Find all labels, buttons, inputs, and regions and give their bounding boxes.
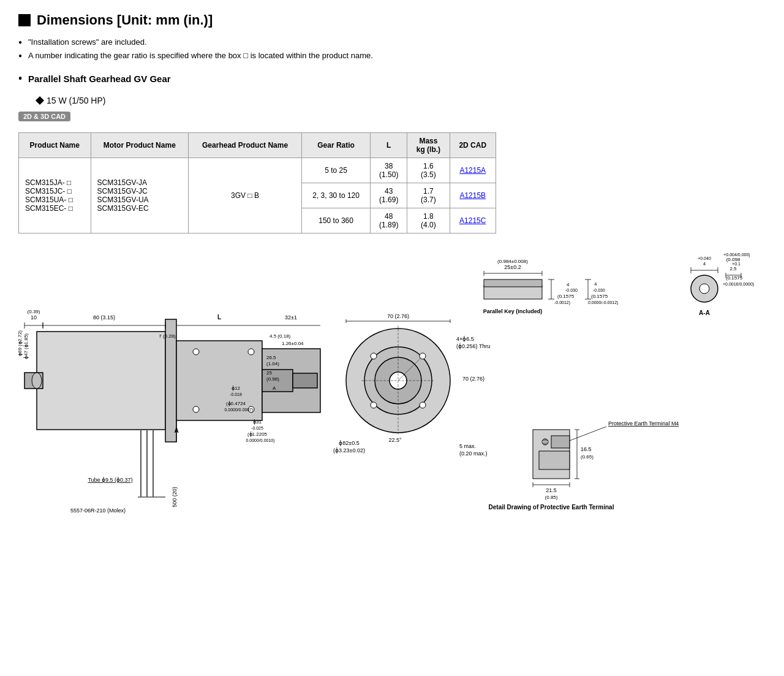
dim-25-in: (0.98)	[266, 376, 279, 382]
aa-dim-01575-tol: +0.0016/0.0000)	[723, 282, 754, 287]
svg-rect-5	[293, 373, 317, 388]
cad-cell-3[interactable]: A1215C	[450, 208, 496, 233]
gear-ratio-cell-3: 150 to 360	[302, 208, 371, 233]
dim-A-label: A	[273, 385, 276, 391]
diamond-icon	[36, 96, 44, 105]
earth-dim-165: 16.5	[581, 446, 592, 452]
svg-point-19	[420, 402, 426, 408]
col-gearhead-name: Gearhead Product Name	[189, 132, 302, 158]
dim-phi31: ϕ31	[253, 419, 262, 425]
svg-point-8	[193, 349, 199, 355]
dim-4xphi65: 4×ϕ6.5	[456, 336, 474, 342]
dim-047-tol: 0.0000/0.0007)	[224, 408, 253, 412]
key-dim-4b: 4	[594, 281, 597, 287]
svg-rect-55	[551, 436, 570, 448]
svg-point-10	[193, 406, 199, 412]
svg-point-7	[32, 373, 42, 389]
dim-126: 1.26±0.04	[282, 341, 304, 346]
gear-ratio-cell-1: 5 to 25	[302, 158, 371, 183]
dim-tube: Tube ϕ9.5 (ϕ0.37)	[88, 477, 132, 483]
dimensions-table: Product Name Motor Product Name Gearhead…	[18, 132, 496, 234]
key-dim-01575-tol: -0.0012)	[554, 300, 570, 305]
technical-drawing: 10 (0.39) 80 (3.15) L 32±1 7 (0.28) 4.5 …	[18, 252, 766, 515]
section-header: ● Parallel Shaft Gearhead GV Gear	[18, 71, 766, 87]
mass-cell-1: 1.6(3.5)	[407, 158, 450, 183]
col-mass: Masskg (lb.)	[407, 132, 450, 158]
svg-point-16	[371, 353, 377, 359]
dim-10-in: (0.39)	[28, 309, 40, 314]
dim-5max: 5 max.	[459, 443, 476, 449]
aa-dim-040: +0.040	[698, 256, 711, 260]
aa-dim-0098: (0.098	[726, 257, 741, 262]
aa-dim-4: 4	[703, 261, 706, 267]
cad-badge[interactable]: 2D & 3D CAD	[18, 112, 70, 121]
L-cell-2: 43(1.69)	[371, 183, 407, 208]
aa-dim-01575: (0.1575	[726, 275, 743, 281]
key-dim-030: -0.030	[565, 288, 578, 292]
drawing-svg: 10 (0.39) 80 (3.15) L 32±1 7 (0.28) 4.5 …	[18, 252, 766, 515]
L-cell-1: 38(1.50)	[371, 158, 407, 183]
key-dim-01575b: (0.1575	[591, 294, 608, 299]
dim-80: 80 (3.15)	[93, 314, 115, 321]
dim-265: 26.5	[266, 355, 276, 360]
col-gear-ratio: Gear Ratio	[302, 132, 371, 158]
dim-70-right: 70 (2.76)	[462, 376, 484, 382]
svg-point-47	[699, 284, 709, 294]
dim-265-in: (1.04)	[266, 361, 279, 366]
dim-32: 32±1	[285, 314, 297, 321]
dim-phi323: (ϕ3.23±0.02)	[333, 447, 365, 454]
key-title: Parallel Key (Included)	[483, 308, 543, 314]
dim-phi12205-tol: 0.0000/0.0010)	[246, 438, 274, 443]
table-row: SCM315JA- □SCM315JC- □SCM315UA- □SCM315E…	[19, 158, 496, 183]
svg-rect-0	[37, 332, 165, 430]
bullet-list: "Installation screws" are included. A nu…	[18, 36, 766, 63]
earth-title: Detail Drawing of Protective Earth Termi…	[489, 504, 614, 511]
dim-225deg: 22.5°	[388, 437, 402, 443]
dim-phi69: ϕ69 (ϕ2.72)	[18, 330, 23, 355]
dim-500: 500 (20)	[172, 487, 178, 507]
key-dim-01575: (0.1575	[557, 294, 575, 299]
dim-phi31-tol: -0.025	[251, 426, 263, 430]
dim-phi12-tol: -0.018	[230, 392, 242, 397]
title-square-icon	[18, 14, 31, 26]
dim-phi04724: (ϕ0.4724	[226, 401, 246, 406]
L-cell-3: 48(1.89)	[371, 208, 407, 233]
dim-5557: 5557-06R-210 (Molex)	[70, 507, 126, 514]
cad-cell-1[interactable]: A1215A	[450, 158, 496, 183]
product-name-cell: SCM315JA- □SCM315JC- □SCM315UA- □SCM315E…	[19, 158, 91, 233]
dim-phi82: ϕ82±0.5	[339, 440, 359, 446]
col-L: L	[371, 132, 407, 158]
aa-dim-25-tol: +0.1	[732, 262, 741, 266]
sub-title: 15 W (1/50 HP)	[37, 96, 766, 105]
section-title: ● Parallel Shaft Gearhead GV Gear	[18, 71, 766, 87]
bullet-item-1: "Installation screws" are included.	[18, 36, 766, 49]
earth-dim-085: (0.85)	[545, 495, 558, 500]
dim-020max: (0.20 max.)	[459, 450, 488, 457]
cad-cell-2[interactable]: A1215B	[450, 183, 496, 208]
dim-70-top: 70 (2.76)	[387, 313, 409, 319]
aa-dim-25: 2.5	[729, 266, 737, 272]
svg-point-9	[248, 349, 254, 355]
earth-dim-215: 21.5	[546, 487, 557, 493]
motor-name-cell: SCM315GV-JASCM315GV-JCSCM315GV-UASCM315G…	[91, 158, 189, 233]
gear-ratio-cell-2: 2, 3, 30 to 120	[302, 183, 371, 208]
aa-dim-0098-tol: +0.004/0.000)	[723, 253, 750, 257]
key-dim-25: 25±0.2	[504, 264, 521, 270]
svg-rect-36	[484, 279, 542, 287]
page-title: Dimensions [Unit: mm (in.)]	[18, 12, 766, 28]
aa-title: A-A	[699, 310, 710, 316]
key-dim-030b: -0.030	[593, 288, 605, 292]
earth-dim-065: (0.65)	[581, 454, 594, 460]
svg-rect-35	[484, 286, 542, 299]
dim-phi12: ϕ12	[232, 385, 240, 391]
dim-L: L	[217, 314, 221, 321]
col-product-name: Product Name	[19, 132, 91, 158]
gearhead-name-cell: 3GV □ B	[189, 158, 302, 233]
bullet-item-2: A number indicating the gear ratio is sp…	[18, 49, 766, 63]
dim-25: 25	[266, 370, 272, 376]
mass-cell-2: 1.7(3.7)	[407, 183, 450, 208]
dim-phi47: ϕ47 (ϕ1.85)	[23, 333, 29, 359]
svg-line-65	[570, 427, 606, 441]
col-2d-cad: 2D CAD	[450, 132, 496, 158]
dim-7: 7 (0.28)	[159, 333, 176, 339]
